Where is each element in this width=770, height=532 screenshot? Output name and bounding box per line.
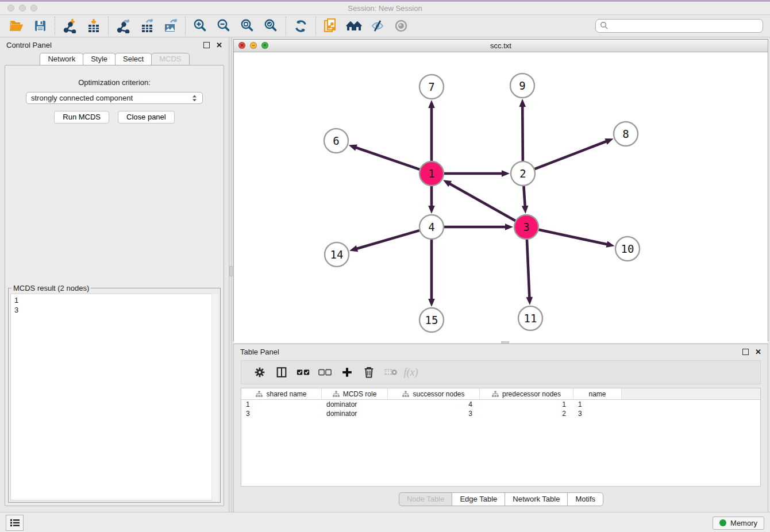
delete-row-button[interactable] xyxy=(358,363,380,382)
delete-table-button[interactable] xyxy=(380,363,402,382)
network-canvas[interactable]: 7968124314101511 xyxy=(234,52,768,343)
column-type-icon xyxy=(333,391,340,398)
zoom-selected-button[interactable] xyxy=(259,17,283,35)
column-header-shared-name[interactable]: shared name xyxy=(241,388,322,399)
panel-splitter-horizontal[interactable] xyxy=(232,341,770,344)
unchecked-boxes-icon xyxy=(318,368,332,376)
column-header-successor-nodes[interactable]: successor nodes xyxy=(388,388,480,399)
optimization-criterion-select[interactable]: strongly connected component xyxy=(26,92,203,104)
save-session-button[interactable] xyxy=(28,17,52,35)
graph-edge-3-11[interactable] xyxy=(527,240,530,299)
export-table-button[interactable] xyxy=(135,17,159,35)
tab-style[interactable]: Style xyxy=(83,53,116,65)
float-panel-icon[interactable] xyxy=(203,42,210,48)
table-options-button[interactable] xyxy=(249,363,271,382)
graph-edge-3-1[interactable] xyxy=(449,183,515,221)
cell-name[interactable]: 1 xyxy=(573,400,622,408)
cell-predecessor-nodes[interactable]: 1 xyxy=(480,400,573,408)
graph-node-label: 8 xyxy=(622,128,629,140)
panel-splitter-vertical[interactable] xyxy=(229,37,232,512)
header-filler xyxy=(622,388,760,399)
unselect-all-button[interactable] xyxy=(314,363,336,382)
tab-node-table[interactable]: Node Table xyxy=(399,492,453,506)
show-column-button[interactable] xyxy=(271,363,292,382)
select-all-button[interactable] xyxy=(292,363,314,382)
houses-icon xyxy=(346,19,363,33)
open-session-button[interactable] xyxy=(5,17,28,35)
run-mcds-button[interactable]: Run MCDS xyxy=(54,111,109,124)
cell-name[interactable]: 3 xyxy=(573,410,622,418)
graph-edge-1-6[interactable] xyxy=(355,147,419,169)
tab-network-table[interactable]: Network Table xyxy=(505,492,568,506)
import-network-button[interactable] xyxy=(58,17,82,35)
graph-node-label: 15 xyxy=(425,314,438,326)
network-maximize-button[interactable]: + xyxy=(261,42,268,49)
splitter-grip[interactable] xyxy=(229,266,233,276)
graph-node-label: 14 xyxy=(330,248,344,261)
cell-successor-nodes[interactable]: 3 xyxy=(388,410,480,418)
graph-arrowhead xyxy=(428,206,435,214)
table-row[interactable]: 1 dominator 4 1 1 xyxy=(241,400,760,409)
cell-successor-nodes[interactable]: 4 xyxy=(388,400,480,408)
first-neighbors-button[interactable] xyxy=(342,17,366,35)
graph-edge-2-3[interactable] xyxy=(523,186,525,207)
graph-edge-3-10[interactable] xyxy=(539,230,609,245)
result-scrollbar[interactable] xyxy=(211,294,218,500)
close-panel-icon[interactable]: ✕ xyxy=(755,349,761,354)
close-panel-button[interactable]: Close panel xyxy=(118,111,175,124)
export-table-icon xyxy=(140,18,155,33)
zoom-selected-icon xyxy=(263,18,279,34)
column-header-predecessor-nodes[interactable]: predecessor nodes xyxy=(480,388,573,399)
close-panel-icon[interactable]: ✕ xyxy=(216,43,222,48)
new-network-from-selection-button[interactable] xyxy=(319,17,342,35)
zoom-fit-button[interactable] xyxy=(236,17,259,35)
zoom-in-button[interactable] xyxy=(188,17,212,35)
import-table-button[interactable] xyxy=(82,17,105,35)
function-builder-button[interactable]: f(x) xyxy=(402,363,424,382)
graph-arrowhead xyxy=(526,297,533,305)
network-close-button[interactable]: ✕ xyxy=(238,42,245,49)
graph-node-label: 11 xyxy=(524,312,537,325)
network-graph[interactable]: 7968124314101511 xyxy=(234,52,768,343)
mcds-result-text[interactable]: 1 3 xyxy=(10,294,218,500)
toolbar-separator xyxy=(55,17,55,35)
toolbar-separator xyxy=(185,17,186,35)
minimize-window-button[interactable] xyxy=(19,5,26,11)
memory-button[interactable]: Memory xyxy=(713,516,764,530)
eye-slash-icon xyxy=(370,19,386,33)
tab-mcds[interactable]: MCDS xyxy=(151,53,189,65)
mcds-result-title: MCDS result (2 nodes) xyxy=(11,284,91,292)
tab-network[interactable]: Network xyxy=(40,53,83,65)
splitter-grip[interactable] xyxy=(501,341,509,344)
cell-predecessor-nodes[interactable]: 2 xyxy=(480,410,573,418)
tab-select[interactable]: Select xyxy=(115,53,152,65)
export-image-button[interactable] xyxy=(159,17,182,35)
close-window-button[interactable] xyxy=(7,5,14,11)
export-network-button[interactable] xyxy=(111,17,135,35)
graph-node-label: 2 xyxy=(519,167,526,180)
show-all-button[interactable] xyxy=(390,17,413,35)
refresh-button[interactable] xyxy=(289,17,313,35)
maximize-window-button[interactable] xyxy=(30,5,37,11)
hide-selected-button[interactable] xyxy=(366,17,390,35)
column-header-name[interactable]: name xyxy=(573,388,622,399)
column-header-mcds-role[interactable]: MCDS role xyxy=(322,388,388,399)
zoom-out-icon xyxy=(216,18,232,34)
cell-shared-name[interactable]: 1 xyxy=(241,400,322,408)
export-image-icon xyxy=(163,18,178,33)
graph-edge-2-8[interactable] xyxy=(535,141,608,169)
network-minimize-button[interactable]: − xyxy=(250,42,257,49)
float-panel-icon[interactable] xyxy=(742,349,749,355)
table-row[interactable]: 3 dominator 3 2 3 xyxy=(241,409,760,418)
tab-edge-table[interactable]: Edge Table xyxy=(452,492,505,506)
cell-shared-name[interactable]: 3 xyxy=(241,410,322,418)
task-history-button[interactable] xyxy=(6,515,24,531)
graph-edge-2-9[interactable] xyxy=(522,105,523,161)
cell-mcds-role[interactable]: dominator xyxy=(322,400,388,408)
zoom-out-button[interactable] xyxy=(212,17,236,35)
tab-motifs[interactable]: Motifs xyxy=(567,492,603,506)
cell-mcds-role[interactable]: dominator xyxy=(322,410,388,418)
graph-edge-4-14[interactable] xyxy=(356,230,419,249)
search-input[interactable] xyxy=(595,19,763,33)
add-row-button[interactable] xyxy=(336,363,358,382)
